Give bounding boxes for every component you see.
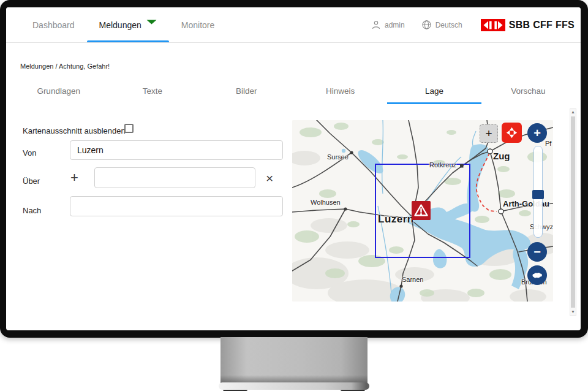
- sbb-logo-icon: [481, 19, 505, 31]
- zoom-slider-handle[interactable]: [532, 190, 544, 199]
- user-name: admin: [385, 21, 405, 29]
- header-right: admin Deutsch: [372, 7, 575, 42]
- tab-label: Texte: [143, 86, 162, 96]
- von-input[interactable]: [70, 140, 283, 160]
- language-menu[interactable]: Deutsch: [422, 20, 462, 29]
- scrollbar-up-arrow[interactable]: ▲: [570, 109, 576, 115]
- scrollbar-down-arrow[interactable]: ▼: [570, 309, 576, 315]
- nav-label: Dashboard: [32, 20, 75, 30]
- clear-via-button[interactable]: ×: [266, 172, 273, 184]
- tab-label: Grundlagen: [37, 86, 80, 96]
- nav-item-monitore[interactable]: Monitore: [169, 7, 227, 42]
- monitor-stand-base: [219, 382, 369, 390]
- nav-item-meldungen[interactable]: Meldungen: [87, 7, 169, 42]
- hide-map-checkbox[interactable]: [124, 124, 134, 133]
- ueber-input[interactable]: [94, 167, 255, 188]
- tab-bar: Grundlagen Texte Bilder Hinweis Lage Vor…: [6, 77, 581, 104]
- pan-arrows-icon: [505, 126, 519, 140]
- user-menu[interactable]: admin: [372, 20, 405, 29]
- tab-label: Lage: [425, 86, 443, 96]
- tab-label: Bilder: [236, 86, 257, 96]
- zoom-out-glyph: −: [533, 245, 541, 259]
- sbb-logo: SBB CFF FFS: [481, 19, 575, 31]
- monitor-stand-neck: [221, 337, 368, 384]
- globe-icon: [422, 20, 431, 29]
- breadcrumb: Meldungen / Achtung, Gefahr!: [20, 63, 110, 70]
- green-caret-icon: [146, 20, 157, 25]
- von-label: Von: [23, 148, 36, 158]
- reset-extent-button[interactable]: [527, 265, 547, 285]
- tab-lage[interactable]: Lage: [387, 77, 481, 104]
- hide-map-label: Kartenausschnitt ausblenden: [23, 126, 126, 135]
- tab-vorschau[interactable]: Vorschau: [481, 77, 575, 104]
- danger-marker[interactable]: [412, 201, 431, 220]
- scrollbar-thumb[interactable]: [571, 116, 575, 308]
- user-icon: [372, 20, 380, 29]
- tab-grundlagen[interactable]: Grundlagen: [12, 77, 105, 104]
- zoom-out-button[interactable]: −: [527, 242, 547, 262]
- active-tab-underline: [387, 102, 481, 104]
- nach-label: Nach: [23, 206, 41, 215]
- switzerland-icon: [532, 271, 543, 279]
- tab-hinweis[interactable]: Hinweis: [293, 77, 387, 104]
- nav-label: Monitore: [181, 20, 214, 30]
- zoom-in-button[interactable]: +: [527, 123, 547, 143]
- app-header: Dashboard Meldungen Monitore: [6, 7, 581, 43]
- add-via-button[interactable]: +: [70, 171, 78, 184]
- zoom-slider[interactable]: [533, 146, 543, 238]
- tab-label: Hinweis: [326, 86, 355, 96]
- warning-icon: [412, 201, 431, 220]
- nach-input[interactable]: [70, 196, 283, 216]
- tab-texte[interactable]: Texte: [105, 77, 199, 104]
- monitor: Dashboard Meldungen Monitore: [0, 0, 588, 391]
- nav-item-dashboard[interactable]: Dashboard: [20, 7, 87, 42]
- logo-text: SBB CFF FFS: [509, 20, 575, 31]
- active-nav-underline: [87, 40, 169, 42]
- pan-mode-button[interactable]: [502, 123, 522, 143]
- add-region-glyph: +: [485, 127, 492, 140]
- tab-label: Vorschau: [511, 86, 545, 96]
- language-name: Deutsch: [435, 21, 462, 29]
- ueber-label: Über: [23, 177, 40, 186]
- main-nav: Dashboard Meldungen Monitore: [20, 7, 227, 42]
- nav-label: Meldungen: [99, 20, 141, 30]
- zoom-in-glyph: +: [533, 126, 541, 140]
- add-region-button[interactable]: +: [480, 124, 498, 143]
- app-window: Dashboard Meldungen Monitore: [6, 7, 581, 330]
- map-canvas[interactable]: SurseeWolhusenLuzernRotkreuzZugArth-Gold…: [292, 120, 553, 302]
- tab-bilder[interactable]: Bilder: [200, 77, 293, 104]
- page-scrollbar[interactable]: ▲ ▼: [570, 108, 576, 316]
